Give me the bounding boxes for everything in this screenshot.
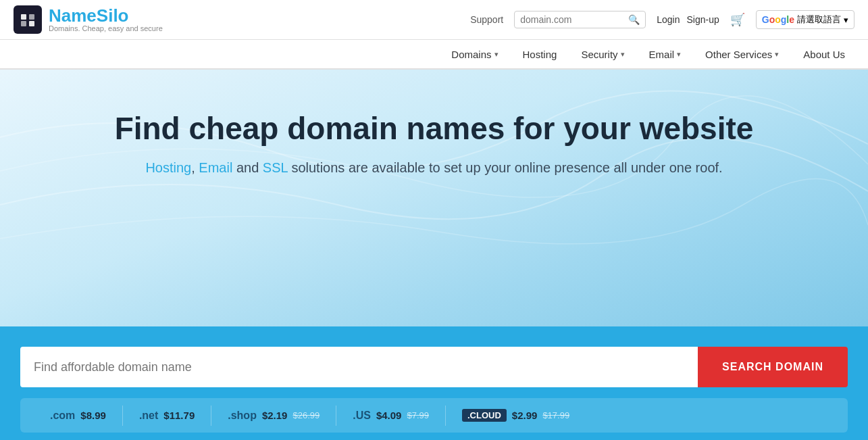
google-translate-button[interactable]: Google 請選取語言 ▾ — [756, 10, 854, 29]
search-input-row: SEARCH DOMAIN — [20, 347, 848, 387]
tld-shop-old-price: $26.99 — [292, 410, 320, 420]
nav-item-domains[interactable]: Domains ▾ — [442, 39, 507, 69]
domain-search-input[interactable] — [20, 347, 698, 387]
hero-text-1: , — [191, 160, 199, 175]
nav-label-domains: Domains — [451, 49, 491, 60]
nav-item-security[interactable]: Security ▾ — [571, 39, 634, 69]
translate-label: 請選取語言 — [797, 14, 841, 26]
tld-com-price: $8.99 — [80, 410, 106, 421]
nav-label-other-services: Other Services — [705, 49, 772, 60]
nav-item-email[interactable]: Email ▾ — [640, 39, 691, 69]
tld-item-us[interactable]: .US $4.09 $7.99 — [336, 406, 446, 426]
hero-subtitle: Hosting, Email and SSL solutions are ava… — [14, 160, 854, 176]
chevron-down-icon: ▾ — [494, 50, 499, 59]
ssl-link[interactable]: SSL — [263, 160, 288, 175]
svg-rect-1 — [29, 14, 34, 20]
tld-shop-name: .shop — [228, 410, 257, 422]
logo-part1: Name — [49, 5, 97, 26]
nav-item-about-us[interactable]: About Us — [794, 39, 854, 69]
nav-label-about-us: About Us — [803, 49, 845, 60]
tld-us-name: .US — [353, 410, 371, 422]
logo-name: NameSilo — [49, 7, 163, 24]
chevron-down-icon-security: ▾ — [621, 50, 625, 59]
nav-label-email: Email — [649, 49, 675, 60]
tld-cloud-price: $2.99 — [512, 410, 538, 421]
svg-rect-0 — [21, 14, 26, 20]
chevron-down-icon-email: ▾ — [677, 50, 681, 59]
nav-item-other-services[interactable]: Other Services ▾ — [696, 39, 788, 69]
tld-us-price: $4.09 — [376, 410, 402, 421]
top-bar: NameSilo Domains. Cheap, easy and secure… — [0, 0, 868, 40]
search-icon[interactable]: 🔍 — [628, 14, 640, 25]
search-domain-button[interactable]: SEARCH DOMAIN — [698, 347, 848, 387]
nav-label-security: Security — [581, 49, 617, 60]
email-link[interactable]: Email — [199, 160, 232, 175]
svg-rect-2 — [21, 21, 26, 26]
nav-item-hosting[interactable]: Hosting — [513, 39, 567, 69]
signup-link[interactable]: Sign-up — [686, 14, 719, 25]
support-link[interactable]: Support — [470, 14, 503, 25]
logo-text: NameSilo Domains. Cheap, easy and secure — [49, 7, 163, 32]
nav-label-hosting: Hosting — [523, 49, 557, 60]
google-logo: Google — [762, 14, 794, 25]
hero-heading: Find cheap domain names for your website — [14, 110, 854, 147]
tld-shop-price: $2.19 — [262, 410, 288, 421]
logo-tagline: Domains. Cheap, easy and secure — [49, 24, 163, 32]
logo-part2: Silo — [97, 5, 129, 26]
chevron-down-icon-other: ▾ — [775, 50, 779, 59]
cart-icon[interactable]: 🛒 — [730, 12, 745, 27]
search-section: SEARCH DOMAIN .com $8.99 .net $11.79 .sh… — [0, 326, 868, 440]
logo-area[interactable]: NameSilo Domains. Cheap, easy and secure — [14, 5, 163, 34]
hero-text-2: and — [232, 160, 262, 175]
svg-rect-3 — [29, 21, 34, 26]
tld-net-name: .net — [139, 410, 158, 422]
top-search-bar[interactable]: 🔍 — [514, 11, 646, 28]
hero-section: Find cheap domain names for your website… — [0, 70, 868, 326]
tld-cloud-old-price: $17.99 — [542, 410, 569, 420]
tld-us-old-price: $7.99 — [407, 410, 429, 420]
hero-text-3: solutions are available to set up your o… — [288, 160, 723, 175]
top-right: Support 🔍 Login Sign-up 🛒 Google 請選取語言 ▾ — [470, 10, 854, 29]
logo-icon — [14, 5, 42, 34]
tld-item-shop[interactable]: .shop $2.19 $26.99 — [211, 406, 336, 426]
tld-item-net[interactable]: .net $11.79 — [123, 406, 211, 426]
tld-com-name: .com — [50, 410, 75, 422]
top-search-input[interactable] — [520, 14, 628, 25]
auth-links: Login Sign-up — [657, 14, 719, 25]
tld-cloud-badge: .CLOUD — [462, 409, 507, 422]
tld-item-cloud[interactable]: .CLOUD $2.99 $17.99 — [446, 405, 586, 426]
hosting-link[interactable]: Hosting — [145, 160, 191, 175]
tld-net-price: $11.79 — [163, 410, 195, 421]
login-link[interactable]: Login — [657, 14, 680, 25]
main-nav: Domains ▾ Hosting Security ▾ Email ▾ Oth… — [0, 40, 868, 70]
tld-row: .com $8.99 .net $11.79 .shop $2.19 $26.9… — [20, 398, 848, 433]
translate-arrow: ▾ — [844, 15, 848, 25]
tld-item-com[interactable]: .com $8.99 — [34, 406, 123, 426]
